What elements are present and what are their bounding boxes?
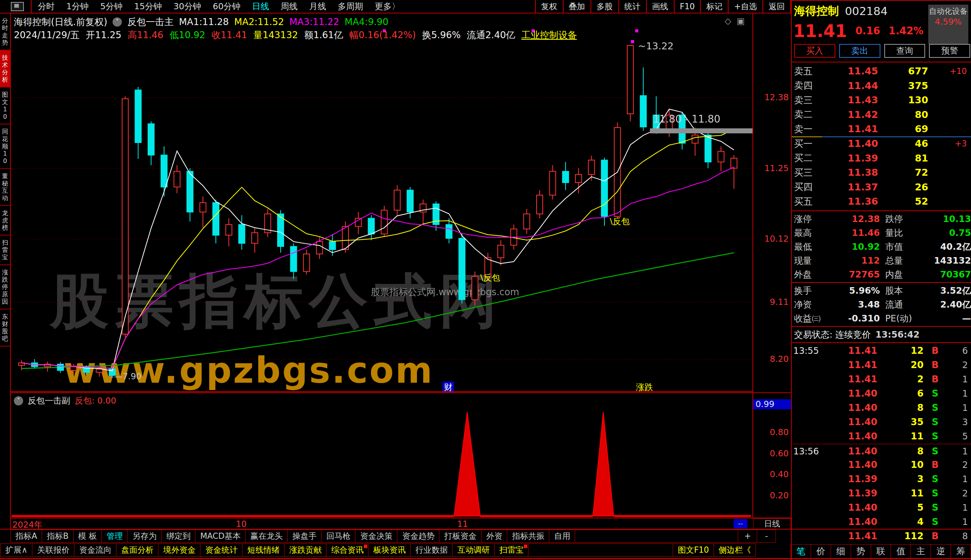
range-box[interactable]: -- xyxy=(734,519,747,528)
zoom-in-button[interactable]: + xyxy=(738,530,757,543)
tool-+自选[interactable]: +自选 xyxy=(728,0,762,13)
trade-price: 11.41 xyxy=(823,360,877,370)
indicator-tab-外资[interactable]: 外资 xyxy=(481,530,507,543)
indicator-tab-指标A[interactable]: 指标A xyxy=(10,530,42,543)
indicator-tab-指标B[interactable]: 指标B xyxy=(42,530,73,543)
quote-tab-笔[interactable]: 笔 xyxy=(791,544,811,558)
indicator-tab-指标共振[interactable]: 指标共振 xyxy=(507,530,549,543)
indicator-tab-操盘手[interactable]: 操盘手 xyxy=(287,530,321,543)
timeframe-更多〉[interactable]: 更多〉 xyxy=(375,1,400,12)
tool-画线[interactable]: 画线 xyxy=(646,0,674,13)
indicator-tab-绑定到[interactable]: 绑定到 xyxy=(161,530,195,543)
window-icon[interactable] xyxy=(11,2,24,11)
timeframe-日线[interactable]: 日线 xyxy=(252,1,269,12)
tool-统计[interactable]: 统计 xyxy=(618,0,646,13)
order-book-row[interactable]: 买一11.4046+3 xyxy=(791,136,971,151)
divider xyxy=(791,326,971,327)
sidebar-item-龙虎榜[interactable]: 龙虎榜 xyxy=(0,206,10,235)
timeframe-30分钟[interactable]: 30分钟 xyxy=(173,1,201,12)
timeframe-15分钟[interactable]: 15分钟 xyxy=(134,1,162,12)
sidebar-item-同花顺10[interactable]: 同花顺10 xyxy=(0,124,10,169)
function-tab-综合资讯[interactable]: 综合资讯 xyxy=(326,543,369,557)
quote-tab-势[interactable]: 势 xyxy=(851,544,871,558)
sidebar-item-分时走势[interactable]: 分时走势 xyxy=(0,13,10,50)
function-tab-短线情绪[interactable]: 短线情绪 xyxy=(242,543,284,557)
order-book-row[interactable]: 买四11.3726 xyxy=(791,180,971,194)
timeframe-60分钟[interactable]: 60分钟 xyxy=(213,1,241,12)
zoom-out-button[interactable]: - xyxy=(757,530,776,543)
order-book-row[interactable]: 卖一11.4169 xyxy=(791,122,971,136)
indicator-tab-模板[interactable]: 模 板 xyxy=(73,530,102,543)
sidebar-item-董秘互动[interactable]: 董秘互动 xyxy=(0,169,10,206)
indicator-tab-打板资金[interactable]: 打板资金 xyxy=(439,530,481,543)
main-indicator-name[interactable]: 反包一击主 xyxy=(127,16,173,28)
order-book-row[interactable]: 买三11.3872 xyxy=(791,165,971,180)
sell-button[interactable]: 卖出 xyxy=(839,44,880,58)
ohlc-info-segment[interactable]: 工业控制设备 xyxy=(521,29,577,41)
function-tab-互动调研[interactable]: 互动调研 xyxy=(452,543,495,557)
function-tab-扫雷宝[interactable]: 扫雷宝 xyxy=(494,543,528,557)
quote-tab-逆[interactable]: 逆 xyxy=(931,544,951,558)
order-book-row[interactable]: 买五11.3652 xyxy=(791,194,971,209)
sub-indicator-chart[interactable] xyxy=(10,407,752,518)
indicator-tab-资金决策[interactable]: 资金决策 xyxy=(355,530,397,543)
order-book-row[interactable]: 卖五11.45677+10 xyxy=(791,64,971,78)
quote-tab-筹[interactable]: 筹 xyxy=(951,544,971,558)
quote-tab-细[interactable]: 细 xyxy=(831,544,851,558)
order-book-row[interactable]: 卖三11.43130 xyxy=(791,93,971,107)
quote-tab-值[interactable]: 值 xyxy=(890,544,911,558)
function-tab-板块资讯[interactable]: 板块资讯 xyxy=(368,543,411,557)
main-candlestick-chart[interactable]: ~13.2211.80 - 11.80\反包\反包—7.90财涨跌 xyxy=(10,13,752,392)
tool-返回[interactable]: 返回 xyxy=(762,0,791,13)
function-tab-行业数据[interactable]: 行业数据 xyxy=(410,543,453,557)
sub-indicator-name[interactable]: 反包一击副 xyxy=(28,395,70,407)
function-tab-境外资金[interactable]: 境外资金 xyxy=(158,543,200,557)
order-book-row[interactable]: 买二11.3981 xyxy=(791,151,971,165)
indicator-tab-管理[interactable]: 管理 xyxy=(101,530,128,543)
panel-button-预警[interactable]: 预警 xyxy=(929,44,970,58)
indicator-tab-回马枪[interactable]: 回马枪 xyxy=(321,530,355,543)
panel-button-查询[interactable]: 查询 xyxy=(884,44,926,58)
function-tab-侧边栏《[interactable]: 侧边栏《 xyxy=(714,543,756,557)
tool-复权[interactable]: 复权 xyxy=(535,0,563,13)
diamond-icon[interactable]: ◇ xyxy=(725,16,731,26)
sidebar-item-东财股吧[interactable]: 东财股吧 xyxy=(0,309,10,346)
sidebar-item-图文10[interactable]: 图文10 xyxy=(0,87,10,124)
function-tab-扩展∧[interactable]: 扩展∧ xyxy=(0,543,32,557)
tool-叠加[interactable]: 叠加 xyxy=(563,0,591,13)
sidebar-item-涨跌停原因[interactable]: 涨跌停原因 xyxy=(0,265,10,309)
tool-多股[interactable]: 多股 xyxy=(591,0,618,13)
indicator-tab-资金趋势[interactable]: 资金趋势 xyxy=(397,530,439,543)
order-book-row[interactable]: 卖四11.44375 xyxy=(791,79,971,93)
indicator-tab-MACD基本[interactable]: MACD基本 xyxy=(195,530,246,543)
chevron-down-icon[interactable]: ˅ xyxy=(113,17,122,27)
function-tab-资金统计[interactable]: 资金统计 xyxy=(200,543,242,557)
function-tab-图文F10[interactable]: 图文F10 xyxy=(673,543,714,557)
chevron-down-icon[interactable]: ˅ xyxy=(14,396,23,405)
function-tab-涨跌贡献[interactable]: 涨跌贡献 xyxy=(284,543,326,557)
sidebar-item-扫雷宝[interactable]: 扫雷宝 xyxy=(0,235,10,265)
indicator-tab-自用[interactable]: 自用 xyxy=(549,530,575,543)
timeframe-1分钟[interactable]: 1分钟 xyxy=(66,1,89,12)
function-tab-盘面分析[interactable]: 盘面分析 xyxy=(116,543,158,557)
order-book-row[interactable]: 卖二11.4280 xyxy=(791,108,971,122)
timeframe-多周期[interactable]: 多周期 xyxy=(338,1,363,12)
buy-button[interactable]: 买入 xyxy=(794,44,835,58)
maximize-icon[interactable]: ▣ xyxy=(737,16,745,26)
function-tab-关联报价[interactable]: 关联报价 xyxy=(32,543,74,557)
quote-tab-价[interactable]: 价 xyxy=(811,544,831,558)
tool-F10[interactable]: F10 xyxy=(674,0,700,13)
sub-axis-label: 0.20 xyxy=(753,491,789,500)
indicator-tab-赢在龙头[interactable]: 赢在龙头 xyxy=(245,530,288,543)
quote-tab-联[interactable]: 联 xyxy=(871,544,891,558)
sidebar-item-技术分析[interactable]: 技术分析 xyxy=(0,50,10,87)
function-tab-资金流向[interactable]: 资金流向 xyxy=(74,543,116,557)
timeframe-5分钟[interactable]: 5分钟 xyxy=(100,1,123,12)
tool-标记[interactable]: 标记 xyxy=(700,0,728,13)
timeframe-分时[interactable]: 分时 xyxy=(38,1,55,12)
quote-tab-主[interactable]: 主 xyxy=(910,544,931,558)
timeframe-月线[interactable]: 月线 xyxy=(309,1,326,12)
period-label[interactable]: 日线 xyxy=(753,518,791,529)
indicator-tab-另存为[interactable]: 另存为 xyxy=(127,530,162,543)
timeframe-周线[interactable]: 周线 xyxy=(281,1,298,12)
